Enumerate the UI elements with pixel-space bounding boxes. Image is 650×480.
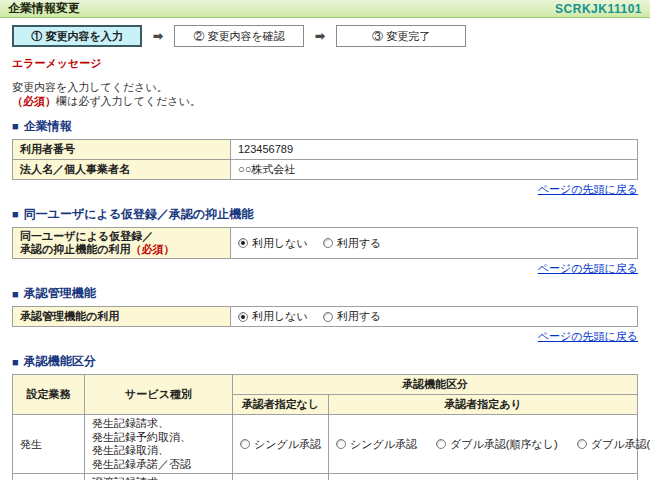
suppress-radio-no-use[interactable]: 利用しない [238,236,308,251]
section-marker-icon: ■ [12,356,19,368]
col-header-class: 承認機能区分 [233,375,638,395]
section-title-company-text: 企業情報 [24,118,72,135]
occurrence-double-approval-ordered-radio[interactable]: ダブル承認(順序あり) [577,437,650,452]
radio-label: シングル承認 [350,437,417,452]
error-heading: エラーメッセージ [12,56,638,71]
radio-label: 利用しない [252,309,308,324]
section-marker-icon: ■ [12,208,19,220]
occurrence-single-approval-designated-radio[interactable]: シングル承認 [336,437,417,452]
back-to-top-link[interactable]: ページの先頭に戻る [538,262,638,274]
radio-label: 利用する [337,309,382,324]
with-designation-cell: シングル承認 ダブル承認(順序なし) ダブル承認(順序あり) [329,415,638,474]
suppress-table: 同一ユーザによる仮登録／ 承認の抑止機能の利用（必須） 利用しない 利用する [12,227,638,260]
task-name: 譲渡・分割 [13,474,85,480]
approval-mgmt-radio-no-use[interactable]: 利用しない [238,309,308,324]
back-to-top-row: ページの先頭に戻る [12,182,638,197]
occurrence-double-approval-unordered-radio[interactable]: ダブル承認(順序なし) [436,437,558,452]
table-row: 利用者番号 123456789 [13,139,638,159]
company-info-table: 利用者番号 123456789 法人名／個人事業者名 ○○株式会社 [12,139,638,180]
section-title-approval-class: ■ 承認機能区分 [12,353,638,370]
col-header-service: サービス種別 [85,375,233,415]
task-name: 発生 [13,415,85,474]
table-row-occurrence: 発生 発生記録請求、 発生記録予約取消、 発生記録取消、 発生記録承諾／否認 シ… [13,415,638,474]
section-title-approval-mgmt: ■ 承認管理機能 [12,285,638,302]
radio-unchecked-icon [336,439,346,449]
radio-checked-icon [238,238,248,248]
radio-label: ダブル承認(順序あり) [591,437,650,452]
error-line-1: 変更内容を入力してください。 [12,80,638,94]
section-marker-icon: ■ [12,288,19,300]
step-arrow-icon: ➡ [153,29,163,43]
radio-unchecked-icon [436,439,446,449]
step-2-confirm: ② 変更内容を確認 [174,25,304,47]
section-title-suppress-text: 同一ユーザによる仮登録／承認の抑止機能 [24,206,254,223]
approval-mgmt-table: 承認管理機能の利用 利用しない 利用する [12,306,638,327]
corporate-name-value: ○○株式会社 [231,159,638,179]
required-mark: （必須） [131,243,175,255]
with-designation-cell: シングル承認 ダブル承認(順序なし) ダブル承認(順序あり) [329,474,638,480]
table-row: 同一ユーザによる仮登録／ 承認の抑止機能の利用（必須） 利用しない 利用する [13,227,638,259]
required-mark: （必須） [12,95,56,107]
radio-label: 利用しない [252,236,308,251]
section-marker-icon: ■ [12,120,19,132]
error-line-2-text: 欄は必ず入力してください。 [56,95,201,107]
service-line: 譲渡記録請求、 [92,476,225,480]
approval-mgmt-usage-label: 承認管理機能の利用 [13,307,231,327]
approval-class-table: 設定業務 サービス種別 承認機能区分 承認者指定なし 承認者指定あり 発生 発生… [12,374,638,480]
service-line: 発生記録請求、 [92,417,225,430]
col-header-no-designation: 承認者指定なし [233,395,329,415]
service-types: 譲渡記録請求、 譲渡記録予約取消、 譲渡記録取消 [85,474,233,480]
step-arrow-icon: ➡ [315,29,325,43]
service-line: 発生記録予約取消、 [92,431,225,444]
screen-id: SCRKJK11101 [555,2,642,16]
table-row: 承認管理機能の利用 利用しない 利用する [13,307,638,327]
back-to-top-row: ページの先頭に戻る [12,329,638,344]
radio-unchecked-icon [240,439,250,449]
section-title-approval-class-text: 承認機能区分 [24,353,96,370]
suppress-usage-value: 利用しない 利用する [231,227,638,259]
corporate-name-label: 法人名／個人事業者名 [13,159,231,179]
page: 企業情報変更 SCRKJK11101 ① 変更内容を入力 ➡ ② 変更内容を確認… [0,0,650,480]
table-row-transfer: 譲渡・分割 譲渡記録請求、 譲渡記録予約取消、 譲渡記録取消 シングル承認 シン… [13,474,638,480]
table-row: 法人名／個人事業者名 ○○株式会社 [13,159,638,179]
radio-label: ダブル承認(順序なし) [450,437,558,452]
suppress-usage-label-line1: 同一ユーザによる仮登録／ [20,230,223,243]
service-line: 発生記録取消、 [92,444,225,457]
error-line-2: （必須）欄は必ず入力してください。 [12,94,638,108]
no-designation-cell: シングル承認 [233,474,329,480]
page-title: 企業情報変更 [8,0,80,17]
service-types: 発生記録請求、 発生記録予約取消、 発生記録取消、 発生記録承諾／否認 [85,415,233,474]
col-header-task: 設定業務 [13,375,85,415]
user-number-label: 利用者番号 [13,139,231,159]
back-to-top-row: ページの先頭に戻る [12,261,638,276]
step-1-input: ① 変更内容を入力 [12,25,142,47]
radio-unchecked-icon [323,238,333,248]
section-title-suppress: ■ 同一ユーザによる仮登録／承認の抑止機能 [12,206,638,223]
approval-mgmt-radio-use[interactable]: 利用する [323,309,382,324]
radio-checked-icon [238,312,248,322]
back-to-top-link[interactable]: ページの先頭に戻る [538,330,638,342]
title-bar: 企業情報変更 SCRKJK11101 [0,0,650,18]
radio-unchecked-icon [577,439,587,449]
suppress-usage-label-line2: 承認の抑止機能の利用（必須） [20,243,223,256]
suppress-radio-use[interactable]: 利用する [323,236,382,251]
section-title-company: ■ 企業情報 [12,118,638,135]
step-3-complete: ③ 変更完了 [336,25,466,47]
occurrence-single-approval-radio[interactable]: シングル承認 [240,437,321,452]
table-header-row: 設定業務 サービス種別 承認機能区分 [13,375,638,395]
col-header-with-designation: 承認者指定あり [329,395,638,415]
back-to-top-link[interactable]: ページの先頭に戻る [538,183,638,195]
radio-label: 利用する [337,236,382,251]
service-line: 発生記録承諾／否認 [92,458,225,471]
radio-unchecked-icon [323,312,333,322]
section-title-approval-mgmt-text: 承認管理機能 [24,285,96,302]
step-indicator: ① 変更内容を入力 ➡ ② 変更内容を確認 ➡ ③ 変更完了 [12,25,638,47]
approval-mgmt-usage-value: 利用しない 利用する [231,307,638,327]
user-number-value: 123456789 [231,139,638,159]
no-designation-cell: シングル承認 [233,415,329,474]
suppress-usage-label: 同一ユーザによる仮登録／ 承認の抑止機能の利用（必須） [13,227,231,259]
radio-label: シングル承認 [254,437,321,452]
